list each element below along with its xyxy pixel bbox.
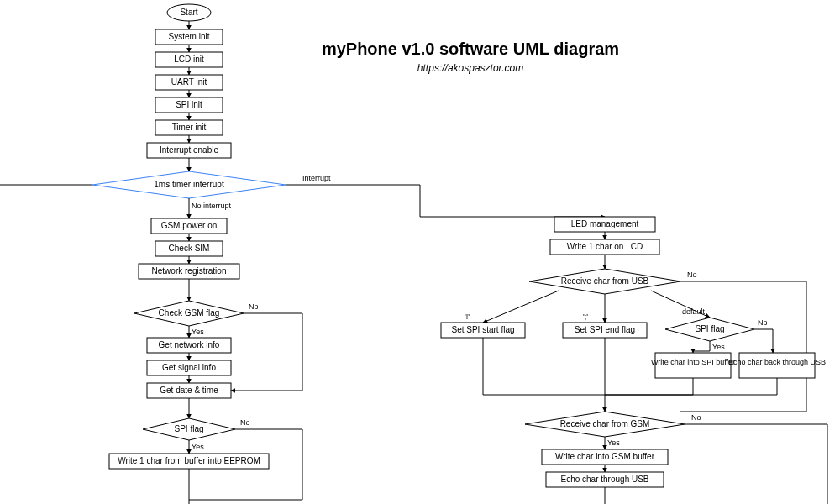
svg-text:Network registration: Network registration xyxy=(152,266,227,276)
svg-text:No: No xyxy=(249,302,259,311)
page-title: myPhone v1.0 software UML diagram xyxy=(322,39,619,58)
svg-text:Write 1 char from buffer into : Write 1 char from buffer into EEPROM xyxy=(118,456,260,465)
svg-text:Write char into SPI buffer: Write char into SPI buffer xyxy=(651,358,735,366)
svg-text:default: default xyxy=(682,307,706,316)
svg-text:UART init: UART init xyxy=(171,77,207,87)
svg-text:Yes: Yes xyxy=(192,328,204,336)
svg-text:Timer init: Timer init xyxy=(172,123,207,132)
svg-text:LED management: LED management xyxy=(571,219,639,228)
svg-text:No: No xyxy=(240,418,250,427)
svg-text:Check SIM: Check SIM xyxy=(169,244,210,253)
svg-text:Get signal info: Get signal info xyxy=(162,363,216,372)
svg-text:SPI flag: SPI flag xyxy=(695,324,724,333)
svg-text:Echo char back through USB: Echo char back through USB xyxy=(728,358,826,366)
svg-text:Yes: Yes xyxy=(607,438,620,447)
edge-no-interrupt: No interrupt xyxy=(192,202,232,210)
svg-text:Set SPI end flag: Set SPI end flag xyxy=(575,325,635,334)
edge-interrupt: Interrupt xyxy=(302,174,331,182)
svg-text:Set SPI start flag: Set SPI start flag xyxy=(451,325,514,334)
page-subtitle: https://akospasztor.com xyxy=(417,62,523,74)
svg-text:SPI flag: SPI flag xyxy=(174,424,203,433)
svg-text:';': ';' xyxy=(583,312,588,321)
start-label: Start xyxy=(180,8,197,17)
svg-text:Echo char through USB: Echo char through USB xyxy=(560,475,648,484)
svg-text:No: No xyxy=(758,318,768,327)
svg-text:Yes: Yes xyxy=(712,343,725,351)
svg-text:Receive char from USB: Receive char from USB xyxy=(561,276,649,286)
svg-text:Check GSM flag: Check GSM flag xyxy=(159,308,220,318)
svg-text:No: No xyxy=(687,270,697,279)
svg-text:Interrupt enable: Interrupt enable xyxy=(160,145,218,155)
svg-text:GSM power on: GSM power on xyxy=(161,221,218,230)
uml-flowchart: myPhone v1.0 software UML diagram https:… xyxy=(0,0,840,504)
svg-text:No: No xyxy=(691,413,701,422)
svg-text:Receive char from GSM: Receive char from GSM xyxy=(560,419,650,428)
svg-text:1ms timer interrupt: 1ms timer interrupt xyxy=(154,180,224,189)
svg-text:Write char into GSM buffer: Write char into GSM buffer xyxy=(555,452,655,461)
svg-text:SPI init: SPI init xyxy=(176,100,202,109)
svg-text:LCD init: LCD init xyxy=(174,55,204,64)
svg-text:Yes: Yes xyxy=(192,443,204,451)
svg-text:Write 1 char on LCD: Write 1 char on LCD xyxy=(567,242,643,251)
svg-text:Get date & time: Get date & time xyxy=(160,386,218,395)
svg-text:'!': '!' xyxy=(465,312,470,321)
svg-text:Get network info: Get network info xyxy=(159,340,220,349)
svg-text:System init: System init xyxy=(169,32,210,41)
